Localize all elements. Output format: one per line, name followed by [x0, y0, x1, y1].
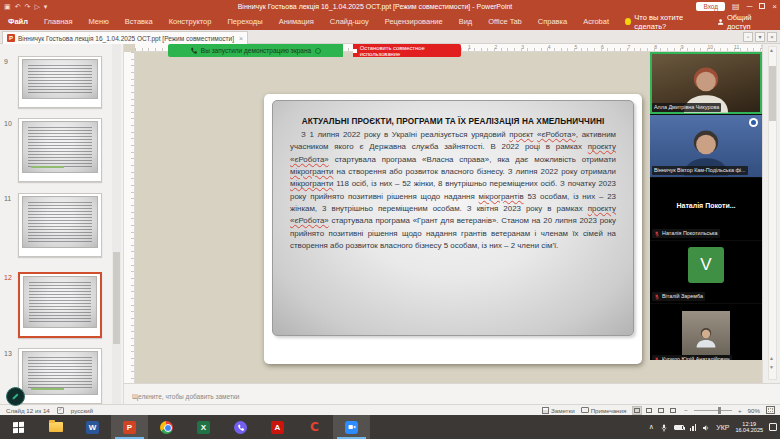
maximize-button[interactable] — [759, 0, 765, 13]
redo-icon[interactable]: ↷ — [25, 3, 31, 11]
ruler-number: 4 — [548, 44, 551, 50]
language-indicator[interactable]: русский — [71, 407, 93, 414]
notes-placeholder[interactable]: Щелкните, чтобы добавить заметки — [132, 393, 239, 400]
slide-content-box[interactable]: АКТУАЛЬНІ ПРОЄКТИ, ПРОГРАМИ ТА ЇХ РЕАЛІЗ… — [272, 100, 634, 336]
scroll-up-icon[interactable]: ▲ — [769, 47, 774, 53]
minimize-button[interactable]: ─ — [747, 0, 753, 13]
slide-thumbnail-12[interactable] — [18, 272, 102, 338]
slide-text-segment: на створення або розвиток власного бізне… — [333, 167, 616, 176]
taskbar-icon-start[interactable] — [0, 415, 37, 439]
ruler-number: 10 — [707, 44, 713, 50]
stop-share-button[interactable]: Остановить совместное использование — [353, 44, 461, 57]
notes-toggle[interactable]: Заметки — [542, 407, 575, 414]
participant-tile-3[interactable]: Наталія Покоти...Наталія Покотильська — [650, 178, 762, 240]
slide-thumbnail-9[interactable] — [18, 56, 102, 108]
ribbon-tab-slideshow[interactable]: Слайд-шоу — [322, 13, 377, 30]
slide-thumbnail-13[interactable] — [18, 348, 102, 404]
chevron-up-icon[interactable]: ∧ — [649, 423, 654, 431]
ribbon-tab-help[interactable]: Справка — [530, 13, 575, 30]
annotation-button[interactable] — [6, 387, 25, 406]
zoom-in-button[interactable]: + — [738, 407, 742, 414]
participant-tile-5[interactable]: Курило Юрій Анаталійович — [650, 304, 762, 360]
mic-icon[interactable] — [660, 418, 668, 436]
ribbon-tab-animations[interactable]: Анимация — [271, 13, 322, 30]
ribbon-tab-design[interactable]: Конструктор — [161, 13, 220, 30]
fit-to-window-icon[interactable] — [766, 406, 775, 414]
taskbar-icon-powerpoint[interactable]: P — [111, 415, 148, 439]
slide-sorter-view-button[interactable] — [644, 406, 654, 415]
slideshow-icon[interactable]: ▷ — [34, 3, 39, 11]
comments-toggle[interactable]: Примечания — [581, 407, 627, 414]
close-all-tabs-button[interactable]: × — [767, 32, 777, 42]
ribbon-tab-acrobat[interactable]: Acrobat — [575, 13, 617, 30]
organization-logo-icon — [749, 118, 758, 127]
sign-in-button[interactable]: Вход — [696, 2, 725, 11]
taskbar-icon-file-explorer[interactable] — [37, 415, 74, 439]
keyboard-language[interactable]: УКР — [716, 424, 729, 431]
taskbar-icon-acrobat[interactable]: A — [259, 415, 296, 439]
ribbon-tab-view[interactable]: Вид — [451, 13, 481, 30]
zoom-out-button[interactable]: − — [684, 407, 688, 414]
close-button[interactable]: × — [772, 0, 777, 13]
zoom-slider[interactable] — [694, 410, 732, 411]
taskbar-icon-excel[interactable]: X — [185, 415, 222, 439]
taskbar-icon-word[interactable]: W — [74, 415, 111, 439]
lightbulb-icon — [625, 18, 631, 25]
slide-thumbnail-11[interactable] — [18, 193, 102, 257]
ribbon-tab-insert[interactable]: Вставка — [117, 13, 161, 30]
participant-name-tag: Алла Дмитрівна Чикурова — [652, 103, 721, 112]
ribbon-tab-file[interactable]: Файл — [0, 13, 36, 30]
participant-tile-4[interactable]: VВіталій Заремба — [650, 241, 762, 303]
tab-list-button[interactable]: ▾ — [755, 32, 765, 42]
slideshow-view-button[interactable] — [668, 406, 678, 415]
clock[interactable]: 12:1916.04.2025 — [735, 421, 763, 433]
qat-menu-icon[interactable]: ▾ — [44, 3, 48, 11]
ruler-number: 7 — [628, 44, 631, 50]
volume-icon[interactable] — [702, 418, 710, 436]
participant-tile-1[interactable]: Алла Дмитрівна Чикурова — [650, 52, 762, 114]
slide-thumbnail-10[interactable] — [18, 118, 102, 182]
zoom-level[interactable]: 90% — [748, 407, 760, 414]
close-tab-icon[interactable]: × — [239, 35, 243, 42]
share-button[interactable]: Общий доступ — [717, 13, 780, 31]
document-tab[interactable]: P Вінничук Гостьова лекція 16_1.04.2025 … — [2, 31, 248, 44]
save-icon[interactable]: ▣ — [4, 3, 11, 11]
slide-canvas[interactable]: АКТУАЛЬНІ ПРОЄКТИ, ПРОГРАМИ ТА ЇХ РЕАЛІЗ… — [264, 94, 642, 364]
ribbon-display-options-icon[interactable]: ▤ — [732, 0, 740, 13]
scroll-down-icon[interactable]: ▼ — [769, 364, 774, 370]
stop-share-label: Остановить совместное использование — [360, 45, 461, 57]
participant-tile-2[interactable]: Вінничук Віктор Кам-Подільська фі... — [650, 115, 762, 177]
previous-slide-icon[interactable]: ▲ — [769, 355, 774, 361]
reading-view-button[interactable] — [656, 406, 666, 415]
new-tab-button[interactable]: ▫ — [743, 32, 753, 42]
scrollbar-thumb[interactable] — [769, 66, 776, 121]
thumbnail-preview — [22, 121, 98, 173]
battery-icon[interactable] — [674, 425, 684, 430]
proofing-icon[interactable] — [57, 407, 64, 414]
window-title: Вінничук Гостьова лекція 16_1.04.2025 ОС… — [120, 0, 630, 13]
undo-icon[interactable]: ↶ — [15, 3, 21, 11]
ribbon-tab-home[interactable]: Главная — [36, 13, 81, 30]
slide-number-13: 13 — [4, 350, 12, 357]
notes-pane[interactable]: Щелкните, чтобы добавить заметки — [124, 383, 780, 404]
normal-view-button[interactable] — [632, 406, 642, 415]
slide-text-segment: стартувала програма «Грант для ветеранів… — [290, 216, 616, 250]
thumbnail-scrollbar-thumb[interactable] — [113, 252, 120, 344]
tell-me-box[interactable]: Что вы хотите сделать? — [617, 13, 717, 31]
document-tab-label: Вінничук Гостьова лекція 16_1.04.2025 ОС… — [18, 35, 234, 42]
mic-muted-icon — [654, 357, 660, 361]
taskbar-icon-viber[interactable] — [222, 415, 259, 439]
ribbon-tab-menu[interactable]: Меню — [81, 13, 117, 30]
taskbar-icon-ccleaner[interactable]: C — [296, 415, 333, 439]
ribbon-tab-review[interactable]: Рецензирование — [377, 13, 451, 30]
ribbon-tab-transitions[interactable]: Переходы — [219, 13, 270, 30]
zoom-slider-knob[interactable] — [718, 407, 721, 414]
taskbar-icon-zoom[interactable] — [333, 415, 370, 439]
notifications-icon[interactable] — [769, 423, 777, 431]
network-icon[interactable] — [690, 424, 697, 431]
taskbar-icon-chrome[interactable] — [148, 415, 185, 439]
thumbnail-scrollbar[interactable] — [112, 44, 121, 404]
vertical-scrollbar[interactable]: ▲ ▲ ▼ — [762, 44, 780, 383]
mic-muted-icon — [654, 294, 660, 300]
ribbon-tab-office-tab[interactable]: Office Tab — [480, 13, 530, 30]
